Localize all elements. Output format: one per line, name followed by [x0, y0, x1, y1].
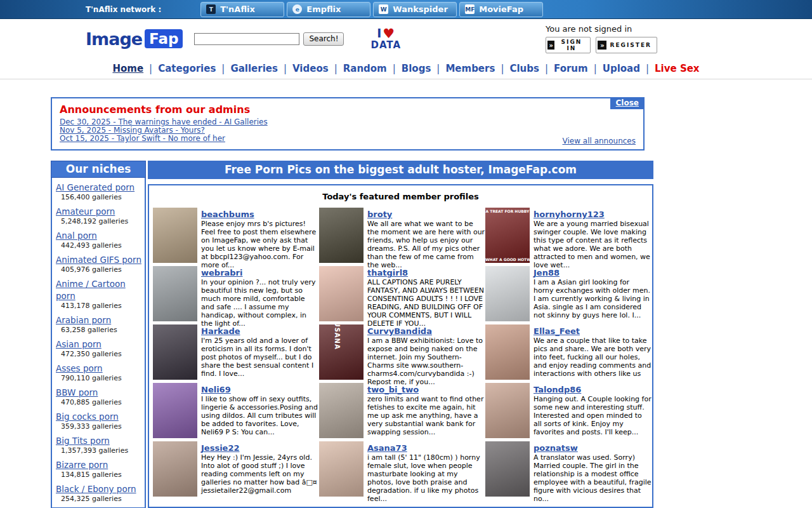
announcement-link[interactable]: Oct 15, 2025 - Taylor Swift - No more of… — [60, 135, 636, 143]
site-header: Image Fap Search! I ♥ DATA You are not s… — [0, 19, 812, 58]
nav-home[interactable]: Home — [112, 63, 143, 74]
thumbnail-caption: A TREAT FOR HUBBY — [485, 209, 530, 213]
network-site-empflix[interactable]: e Empflix — [287, 2, 370, 17]
ilovedata-i: I — [377, 27, 381, 39]
logo-text-image: Image — [86, 29, 142, 49]
niche-link[interactable]: Asses porn — [56, 363, 103, 373]
niche-item: Black / Ebony porn254,325 galleries — [56, 483, 142, 503]
profile-thumbnail[interactable] — [485, 383, 530, 438]
profile-username-link[interactable]: hornyhorny123 — [534, 210, 605, 219]
profile-thumbnail[interactable] — [485, 441, 530, 497]
network-site-tnaflix[interactable]: T T'nAflix — [200, 2, 284, 17]
profile-description: I like to show off in sexy outfits, ling… — [201, 395, 319, 436]
profile-username-link[interactable]: beachbums — [201, 210, 254, 219]
nav-categories[interactable]: Categories — [158, 63, 216, 74]
nav-videos[interactable]: Videos — [292, 63, 329, 74]
profile-username-link[interactable]: two_bi_two — [367, 385, 419, 394]
niche-link[interactable]: BBW porn — [56, 387, 98, 398]
close-button[interactable]: Close — [610, 97, 645, 109]
niches-sidebar: Our niches AI Generated porn156,400 gall… — [51, 161, 146, 508]
wankspider-icon: W — [379, 4, 388, 14]
profile-username-link[interactable]: webrabri — [201, 268, 243, 277]
profile-username-link[interactable]: CurvyBandida — [367, 326, 432, 336]
profile-username-link[interactable]: Neli69 — [201, 385, 231, 394]
nav-separator: | — [393, 63, 396, 74]
niche-item: AI Generated porn156,400 galleries — [56, 181, 142, 201]
profile-thumbnail[interactable] — [153, 324, 197, 380]
sign-in-button[interactable]: » SIGN IN — [546, 37, 591, 53]
profile-username-link[interactable]: Jen88 — [534, 268, 560, 277]
niche-link[interactable]: Amateur porn — [56, 206, 115, 217]
profile-thumbnail[interactable] — [153, 266, 197, 321]
heart-icon: ♥ — [383, 27, 395, 41]
niche-link[interactable]: Animated GIFS porn — [56, 255, 141, 265]
profile-thumbnail[interactable] — [153, 208, 197, 263]
profile-description: Hanging out. A Couple looking for some n… — [534, 395, 652, 436]
site-logo[interactable]: Image Fap — [86, 29, 183, 49]
profile-thumbnail[interactable] — [153, 441, 197, 497]
profile-description: Please enjoy mrs b's pictures! Feel free… — [201, 220, 319, 269]
i-love-data-logo[interactable]: I ♥ DATA — [370, 27, 401, 50]
profile-description: zero limits and want to find other fetis… — [367, 395, 485, 436]
member-profile: Ellas_Feet We are a couple that like to … — [485, 324, 652, 383]
niche-link[interactable]: Black / Ebony porn — [56, 484, 136, 494]
member-profile: Jen88 I am a Asian girl looking for horn… — [485, 266, 652, 324]
register-button[interactable]: » REGISTER — [596, 37, 657, 53]
profile-username-link[interactable]: poznatsw — [534, 443, 578, 453]
niche-link[interactable]: Asian porn — [56, 339, 102, 349]
niche-gallery-count: 470,885 galleries — [61, 398, 142, 406]
profile-username-link[interactable]: Talondp86 — [534, 385, 581, 394]
profile-thumbnail[interactable] — [319, 383, 363, 438]
profile-username-link[interactable]: broty — [367, 210, 392, 219]
profile-thumbnail[interactable]: SUSANA — [319, 324, 363, 380]
nav-members[interactable]: Members — [445, 63, 495, 74]
profile-thumbnail[interactable] — [319, 208, 363, 263]
profile-thumbnail[interactable] — [319, 266, 363, 321]
announcements-title: Announcements from our admins — [60, 104, 636, 116]
thumbnail-caption: SUSANA — [334, 324, 341, 360]
niche-link[interactable]: Anime / Cartoon porn — [56, 279, 126, 301]
network-bar-label: T'nAflix network : — [86, 5, 161, 14]
empflix-icon: e — [292, 4, 302, 14]
nav-clubs[interactable]: Clubs — [509, 63, 539, 74]
nav-upload[interactable]: Upload — [603, 63, 640, 74]
network-site-wankspider[interactable]: W Wankspider — [373, 2, 457, 17]
nav-galleries[interactable]: Galleries — [230, 63, 278, 74]
profile-thumbnail[interactable] — [485, 324, 530, 380]
nav-forum[interactable]: Forum — [554, 63, 588, 74]
main-nav: Home| Categories| Galleries| Videos| Ran… — [0, 58, 812, 79]
nav-random[interactable]: Random — [343, 63, 387, 74]
niche-item: Animated GIFS porn405,976 galleries — [56, 253, 142, 274]
view-all-announces-link[interactable]: View all announces — [563, 137, 636, 145]
member-profile: two_bi_two zero limits and want to find … — [319, 383, 485, 441]
network-site-buttons: T T'nAflix e Empflix W Wankspider MF Mov… — [200, 2, 543, 17]
nav-separator: | — [149, 63, 152, 74]
profile-username-link[interactable]: Asana73 — [367, 443, 407, 453]
niche-link[interactable]: Bizarre porn — [56, 460, 108, 470]
search-input[interactable] — [194, 33, 299, 45]
niche-link[interactable]: AI Generated porn — [56, 182, 134, 192]
niche-item: Asses porn790,110 galleries — [56, 362, 142, 382]
profile-description: Hey Hey :) I'm Jessie, 24yrs old. Into a… — [201, 453, 319, 495]
network-site-label: Empflix — [306, 4, 341, 14]
profile-username-link[interactable]: Jessie22 — [201, 443, 240, 453]
profile-username-link[interactable]: thatgirl8 — [367, 268, 408, 277]
profile-thumbnail[interactable]: A TREAT FOR HUBBY WHAT A GOOD HOTWIFE — [485, 208, 530, 263]
auth-area: You are not signed in » SIGN IN » REGIST… — [546, 24, 657, 53]
niche-link[interactable]: Arabian porn — [56, 315, 111, 325]
member-profile: broty We all are what we want to be the … — [319, 208, 485, 266]
profile-username-link[interactable]: Harkade — [201, 326, 240, 336]
profile-username-link[interactable]: Ellas_Feet — [534, 326, 580, 336]
network-site-moviefap[interactable]: MF MovieFap — [459, 2, 543, 17]
profile-thumbnail[interactable] — [153, 383, 197, 438]
niche-link[interactable]: Big cocks porn — [56, 411, 119, 422]
sign-in-label: SIGN IN — [558, 39, 585, 51]
niche-link[interactable]: Anal porn — [56, 231, 97, 241]
profile-thumbnail[interactable] — [485, 266, 530, 321]
nav-live-sex[interactable]: Live Sex — [655, 63, 700, 74]
featured-profiles-title: Today's featured member profiles — [153, 192, 648, 201]
search-button[interactable]: Search! — [303, 32, 344, 46]
niche-link[interactable]: Big Tits porn — [56, 436, 110, 446]
profile-thumbnail[interactable] — [319, 441, 363, 497]
nav-blogs[interactable]: Blogs — [402, 63, 431, 74]
